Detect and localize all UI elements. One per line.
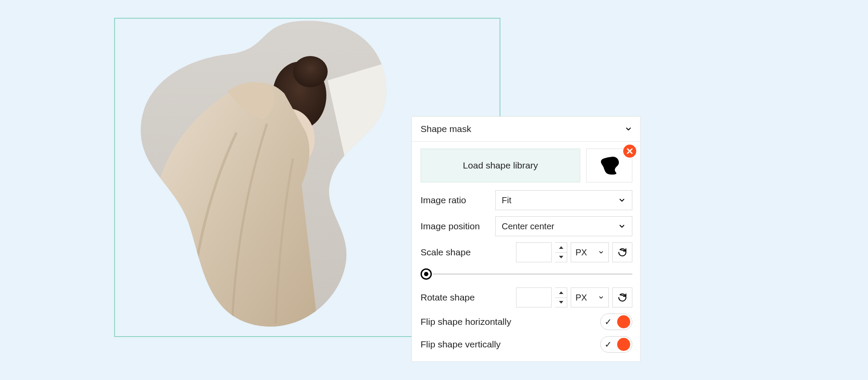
close-icon: [627, 148, 633, 154]
rotate-stepper[interactable]: [555, 287, 567, 307]
image-ratio-label: Image ratio: [421, 195, 466, 205]
chevron-down-icon: [598, 294, 604, 301]
scale-slider[interactable]: [421, 268, 632, 280]
scale-stepper[interactable]: [555, 242, 567, 262]
chevron-down-icon: [618, 222, 626, 230]
rotate-step-down[interactable]: [555, 298, 567, 307]
rotate-unit-select[interactable]: PX: [571, 287, 609, 307]
rotate-cw-icon: [618, 293, 627, 302]
rotate-shape-input[interactable]: [516, 287, 552, 307]
flip-horizontal-toggle[interactable]: ✓: [600, 314, 632, 330]
scale-step-down[interactable]: [555, 253, 567, 262]
slider-track[interactable]: [433, 274, 632, 274]
rotate-shape-label: Rotate shape: [421, 292, 475, 303]
image-position-select[interactable]: Center center: [495, 216, 632, 236]
current-shape-preview[interactable]: [586, 149, 632, 182]
image-ratio-select[interactable]: Fit: [495, 190, 632, 210]
rotate-reset-button[interactable]: [612, 287, 632, 307]
flip-vertical-label: Flip shape vertically: [421, 339, 500, 350]
load-shape-library-button[interactable]: Load shape library: [421, 149, 580, 182]
rotate-cw-icon: [618, 248, 627, 257]
panel-title: Shape mask: [421, 124, 471, 134]
flip-vertical-toggle[interactable]: ✓: [600, 336, 632, 353]
rotate-step-up[interactable]: [555, 288, 567, 298]
flip-horizontal-label: Flip shape horizontally: [421, 317, 511, 327]
slider-thumb[interactable]: [421, 268, 432, 280]
scale-shape-input[interactable]: [516, 242, 552, 262]
scale-step-up[interactable]: [555, 243, 567, 253]
blob-shape-icon: [599, 156, 620, 175]
check-icon: ✓: [605, 339, 612, 350]
chevron-down-icon: [598, 249, 604, 255]
svg-point-3: [293, 56, 328, 87]
check-icon: ✓: [605, 317, 612, 327]
chevron-down-icon: [618, 196, 626, 204]
chevron-down-icon: [625, 125, 632, 133]
remove-shape-button[interactable]: [623, 145, 636, 158]
image-position-label: Image position: [421, 221, 480, 231]
scale-reset-button[interactable]: [612, 242, 632, 262]
shape-mask-panel: Shape mask Load shape library Image rati…: [411, 116, 641, 362]
panel-header[interactable]: Shape mask: [412, 117, 640, 142]
masked-image-preview[interactable]: [128, 20, 414, 337]
scale-unit-select[interactable]: PX: [571, 242, 609, 262]
scale-shape-label: Scale shape: [421, 247, 471, 258]
